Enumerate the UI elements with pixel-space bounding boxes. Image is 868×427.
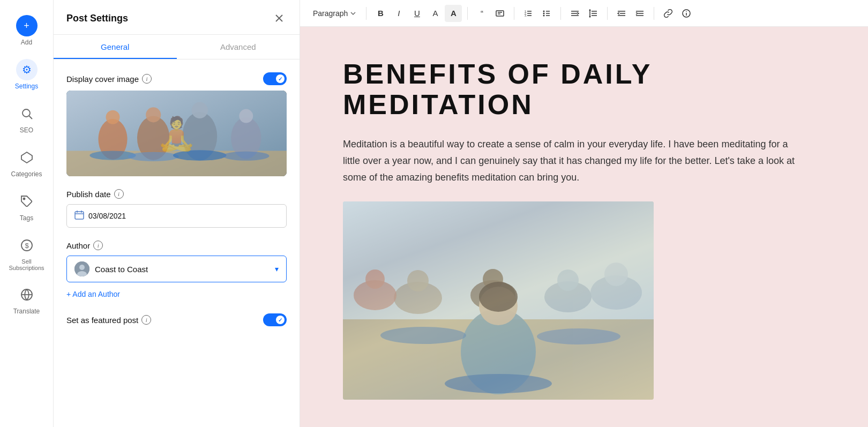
link-button[interactable] [660, 5, 677, 22]
featured-post-label: Set as featured post i [66, 315, 151, 325]
underline-button[interactable]: U [408, 5, 425, 22]
editor-content[interactable]: BENEFITS OF DAILY MEDITATION Meditation … [300, 27, 868, 427]
embed-button[interactable] [491, 5, 508, 22]
author-dropdown[interactable]: Coast to Coast ▾ [66, 256, 287, 282]
featured-post-info-icon[interactable]: i [141, 315, 151, 325]
settings-header: Post Settings [54, 0, 300, 35]
sidebar-item-translate-label: Translate [13, 308, 40, 315]
add-author-button[interactable]: + Add an Author [66, 288, 287, 301]
sidebar-item-categories[interactable]: Categories [5, 140, 48, 184]
text-format-group: B I U A A [372, 5, 462, 22]
svg-point-61 [686, 11, 687, 12]
sidebar-item-translate[interactable]: Translate [5, 278, 48, 321]
insert-group: “ [473, 5, 508, 22]
author-dropdown-chevron: ▾ [275, 265, 279, 273]
svg-point-75 [445, 374, 552, 393]
svg-point-73 [479, 282, 518, 312]
paragraph-select[interactable]: Paragraph [309, 7, 361, 20]
svg-point-0 [23, 109, 30, 117]
publish-date-info-icon[interactable]: i [114, 189, 124, 199]
cover-image-preview [66, 91, 287, 176]
svg-point-22 [173, 150, 227, 160]
display-cover-toggle[interactable] [263, 72, 287, 85]
bold-button[interactable]: B [372, 5, 389, 22]
author-left: Coast to Coast [74, 261, 148, 276]
author-field: Author i Coast to Coast ▾ + [66, 241, 287, 301]
line-height-button[interactable] [585, 5, 602, 22]
toolbar-divider-1 [366, 7, 366, 20]
ordered-list-button[interactable]: 1. 2. 3. [520, 5, 537, 22]
sidebar-item-sell-subscriptions-label: SellSubscriptions [9, 258, 44, 271]
date-input[interactable]: 03/08/2021 [66, 204, 287, 228]
svg-line-1 [29, 116, 32, 119]
italic-button[interactable]: I [390, 5, 407, 22]
seo-icon [16, 103, 38, 124]
settings-icon: ⚙ [16, 59, 38, 80]
paragraph-label: Paragraph [313, 9, 348, 18]
sidebar-item-categories-label: Categories [11, 170, 42, 178]
sidebar-item-sell-subscriptions[interactable]: $ SellSubscriptions [5, 228, 48, 278]
text-color-button[interactable]: A [426, 5, 444, 22]
sidebar-item-seo[interactable]: SEO [5, 96, 48, 140]
svg-point-21 [128, 152, 179, 161]
blog-post-title: BENEFITS OF DAILY MEDITATION [343, 59, 825, 120]
sell-subscriptions-icon: $ [16, 235, 38, 256]
svg-point-66 [407, 270, 429, 291]
featured-post-row: Set as featured post i [66, 313, 287, 326]
display-cover-info-icon[interactable]: i [142, 74, 152, 84]
link-info-group [660, 5, 695, 22]
align-group [566, 5, 602, 22]
svg-point-17 [192, 102, 208, 118]
svg-text:$: $ [25, 242, 29, 250]
close-button[interactable] [272, 11, 287, 26]
svg-point-19 [239, 109, 253, 123]
svg-marker-2 [21, 152, 32, 163]
display-cover-image-field: Display cover image i [66, 72, 287, 176]
blog-image-inner [343, 201, 654, 400]
add-author-label: + Add an Author [66, 290, 120, 298]
svg-point-41 [543, 12, 545, 14]
svg-point-42 [543, 14, 545, 16]
sidebar-item-settings[interactable]: ⚙ Settings [5, 53, 48, 96]
author-info-icon[interactable]: i [93, 241, 103, 250]
highlight-button[interactable]: A [445, 5, 462, 22]
text-align-button[interactable] [566, 5, 583, 22]
date-value: 03/08/2021 [88, 212, 126, 220]
tab-advanced[interactable]: Advanced [177, 35, 300, 59]
svg-point-74 [380, 327, 466, 344]
paragraph-selector-group: Paragraph [309, 7, 361, 20]
sidebar-item-tags[interactable]: Tags [5, 184, 48, 228]
calendar-icon [74, 210, 84, 222]
display-cover-image-row: Display cover image i [66, 72, 287, 85]
toolbar-divider-6 [654, 7, 654, 20]
blockquote-button[interactable]: “ [473, 5, 490, 22]
settings-panel: Post Settings General Advanced Display c… [54, 0, 300, 427]
blog-post-image [343, 201, 654, 400]
author-avatar [74, 261, 89, 276]
editor-area: Paragraph B I U A A “ [300, 0, 868, 427]
indent-button[interactable] [631, 5, 648, 22]
svg-point-70 [557, 269, 579, 291]
svg-rect-24 [75, 212, 84, 219]
list-group: 1. 2. 3. [520, 5, 555, 22]
sidebar-item-tags-label: Tags [20, 214, 33, 222]
unordered-list-button[interactable] [538, 5, 555, 22]
featured-post-toggle[interactable] [263, 313, 287, 326]
svg-point-29 [79, 265, 85, 270]
cover-meditation-image [66, 91, 287, 176]
settings-panel-title: Post Settings [66, 13, 128, 24]
svg-point-23 [223, 152, 270, 161]
toolbar-divider-5 [607, 7, 608, 20]
svg-point-76 [537, 328, 620, 344]
info-button[interactable] [678, 5, 695, 22]
svg-rect-31 [496, 11, 504, 16]
author-name: Coast to Coast [95, 265, 148, 274]
sidebar-item-add[interactable]: + Add [5, 9, 48, 53]
svg-point-15 [146, 107, 161, 122]
toolbar-divider-2 [467, 7, 468, 20]
tab-general[interactable]: General [54, 35, 177, 59]
svg-point-78 [604, 263, 628, 286]
outdent-button[interactable] [613, 5, 630, 22]
featured-post-field: Set as featured post i [66, 313, 287, 326]
toolbar-divider-3 [514, 7, 514, 20]
